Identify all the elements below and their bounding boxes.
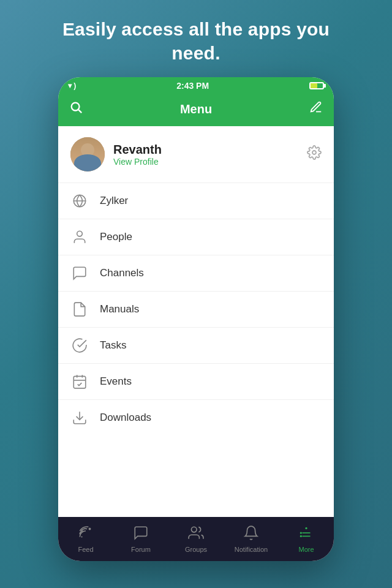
check-circle-icon — [70, 336, 89, 355]
menu-label-zylker: Zylker — [100, 195, 128, 207]
menu-label-events: Events — [100, 375, 132, 388]
menu-item-downloads[interactable]: Downloads — [58, 399, 334, 435]
svg-point-10 — [81, 536, 82, 537]
avatar[interactable] — [70, 137, 105, 172]
wifi-icon: ▾ ) — [68, 81, 76, 90]
profile-name: Revanth — [113, 143, 162, 157]
menu-label-people: People — [100, 231, 132, 243]
bell-icon — [243, 525, 259, 543]
app-header: Menu — [58, 94, 334, 126]
menu-label-tasks: Tasks — [100, 339, 126, 352]
groups-icon — [188, 525, 204, 543]
nav-item-more[interactable]: More — [279, 517, 334, 561]
download-icon — [70, 409, 89, 427]
more-icon — [298, 525, 314, 543]
nav-item-notification[interactable]: Notification — [224, 517, 279, 561]
document-icon — [70, 300, 89, 318]
svg-rect-5 — [74, 376, 86, 388]
hero-text: Easily access all the apps you need. — [0, 0, 392, 77]
chat-icon — [70, 264, 89, 282]
battery-icon — [309, 82, 324, 89]
view-profile-link[interactable]: View Profile — [113, 157, 162, 167]
svg-point-12 — [191, 527, 197, 532]
calendar-icon — [70, 372, 89, 391]
feed-icon — [78, 525, 94, 543]
nav-item-feed[interactable]: Feed — [58, 517, 113, 561]
menu-item-tasks[interactable]: Tasks — [58, 327, 334, 363]
menu-item-channels[interactable]: Channels — [58, 255, 334, 291]
svg-point-16 — [300, 532, 302, 533]
status-time: 2:43 PM — [176, 81, 209, 91]
svg-line-1 — [78, 110, 81, 113]
profile-info: Revanth View Profile — [113, 143, 162, 167]
menu-label-channels: Channels — [100, 267, 144, 279]
status-bar: ▾ ) 2:43 PM — [58, 77, 334, 94]
person-icon — [70, 228, 89, 246]
nav-label-feed: Feed — [78, 546, 93, 553]
menu-item-manuals[interactable]: Manuals — [58, 291, 334, 327]
svg-point-4 — [77, 231, 83, 236]
nav-label-notification: Notification — [235, 546, 268, 553]
profile-section: Revanth View Profile — [58, 126, 334, 183]
nav-label-more: More — [298, 546, 314, 553]
menu-label-manuals: Manuals — [100, 303, 139, 315]
menu-item-events[interactable]: Events — [58, 363, 334, 399]
svg-point-11 — [89, 528, 90, 529]
menu-item-people[interactable]: People — [58, 219, 334, 255]
menu-label-downloads: Downloads — [100, 412, 151, 424]
globe-icon — [70, 192, 89, 210]
nav-item-forum[interactable]: Forum — [113, 517, 168, 561]
settings-icon[interactable] — [307, 145, 322, 164]
main-content: Revanth View Profile Zylker — [58, 126, 334, 517]
profile-left: Revanth View Profile — [70, 137, 162, 172]
svg-point-2 — [312, 151, 316, 154]
forum-icon — [133, 525, 149, 543]
menu-list: Zylker People Channels Manuals — [58, 183, 334, 435]
menu-item-zylker[interactable]: Zylker — [58, 183, 334, 219]
bottom-nav: Feed Forum Groups — [58, 517, 334, 561]
svg-point-17 — [300, 535, 302, 537]
header-title: Menu — [180, 102, 212, 116]
phone-frame: ▾ ) 2:43 PM Menu — [58, 77, 334, 561]
compose-icon[interactable] — [309, 100, 323, 118]
nav-label-groups: Groups — [185, 546, 207, 553]
nav-item-groups[interactable]: Groups — [168, 517, 224, 561]
svg-point-13 — [305, 527, 307, 529]
nav-label-forum: Forum — [131, 546, 151, 553]
svg-point-0 — [72, 103, 80, 111]
search-icon[interactable] — [69, 100, 83, 118]
